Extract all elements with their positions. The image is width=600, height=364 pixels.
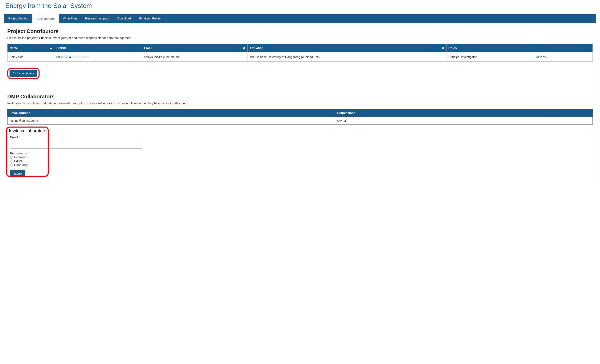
radio-editor-input[interactable] bbox=[10, 159, 13, 162]
required-indicator: * bbox=[19, 135, 20, 139]
sort-asc-icon bbox=[50, 47, 52, 49]
radio-readonly-label: Read only bbox=[14, 163, 28, 167]
tab-finalize-publish[interactable]: Finalize / Publish bbox=[135, 14, 166, 23]
contributors-description: Please list the project's Principal Inve… bbox=[7, 36, 593, 39]
invite-heading: Invite collaborators bbox=[9, 128, 593, 133]
table-row: Shiny Sun 0000-1234-XXXX-XXXX shinysun@l… bbox=[8, 52, 593, 62]
required-indicator: * bbox=[28, 151, 29, 155]
col-collab-actions bbox=[546, 109, 593, 117]
email-field[interactable] bbox=[10, 142, 142, 149]
divider bbox=[7, 87, 593, 87]
tab-body: Project Contributors Please list the pro… bbox=[4, 23, 596, 181]
tab-download[interactable]: Download bbox=[113, 14, 135, 23]
col-affiliation[interactable]: Affiliation bbox=[247, 44, 446, 52]
radio-readonly[interactable]: Read only bbox=[10, 163, 593, 167]
contributors-heading: Project Contributors bbox=[7, 28, 593, 35]
add-contributor-button[interactable]: Add a contributor bbox=[9, 70, 37, 77]
orcid-redacted: XXXX-XXXX bbox=[72, 55, 89, 59]
collaborators-table: Email address Permissions testing@cuhk.e… bbox=[7, 109, 593, 124]
radio-coowner[interactable]: Co-owner bbox=[10, 155, 593, 159]
col-roles-label: Roles bbox=[449, 46, 457, 50]
radio-coowner-input[interactable] bbox=[10, 156, 13, 159]
tab-project-details[interactable]: Project Details bbox=[4, 14, 32, 23]
radio-readonly-input[interactable] bbox=[10, 163, 13, 166]
tabs-nav: Project Details Collaborators Write Plan… bbox=[4, 14, 596, 23]
orcid-link[interactable]: 0000-1234-XXXX-XXXX bbox=[56, 55, 89, 59]
col-name[interactable]: Name bbox=[8, 44, 54, 52]
collaborators-description: Invite specific people to read, edit, or… bbox=[7, 101, 593, 105]
caret-down-icon bbox=[546, 56, 547, 58]
col-orcid[interactable]: ORCID bbox=[54, 44, 142, 52]
tab-write-plan[interactable]: Write Plan bbox=[59, 14, 81, 23]
radio-editor-label: Editor bbox=[14, 159, 22, 163]
sort-both-icon bbox=[243, 47, 245, 49]
actions-label: Actions bbox=[536, 55, 545, 59]
cell-name: Shiny Sun bbox=[8, 52, 54, 62]
invite-section: Invite collaborators Email * Permissions… bbox=[7, 128, 593, 177]
cell-collab-email: testing@cuhk.edu.hk bbox=[8, 117, 335, 124]
tab-research-outputs[interactable]: Research outputs bbox=[81, 14, 113, 23]
sort-both-icon bbox=[442, 47, 444, 49]
cell-orcid: 0000-1234-XXXX-XXXX bbox=[54, 52, 142, 62]
highlight-annotation: Add a contributor bbox=[7, 68, 39, 79]
permissions-label: Permissions bbox=[10, 151, 27, 155]
email-label-text: Email bbox=[10, 135, 18, 139]
cell-roles: Principal Investigator bbox=[446, 52, 534, 62]
orcid-visible: 0000-1234- bbox=[56, 55, 72, 59]
cell-collab-actions bbox=[546, 117, 593, 124]
table-row: testing@cuhk.edu.hk Owner bbox=[8, 117, 593, 124]
email-label: Email * bbox=[10, 135, 593, 139]
cell-collab-permissions: Owner bbox=[335, 117, 546, 124]
cell-actions: Actions bbox=[534, 52, 593, 62]
col-collab-permissions: Permissions bbox=[335, 109, 546, 117]
tab-collaborators[interactable]: Collaborators bbox=[32, 14, 59, 23]
col-email-label: Email bbox=[144, 46, 152, 50]
radio-coowner-label: Co-owner bbox=[14, 155, 27, 159]
submit-button[interactable]: Submit bbox=[10, 170, 25, 177]
actions-dropdown[interactable]: Actions bbox=[536, 55, 547, 59]
col-collab-email: Email address bbox=[8, 109, 335, 117]
contributors-table: Name ORCID Email Affiliation bbox=[7, 44, 593, 62]
col-roles: Roles bbox=[446, 44, 534, 52]
tab-panel: Project Details Collaborators Write Plan… bbox=[4, 14, 596, 181]
cell-email: shinysun@lib.cuhk.edu.hk bbox=[142, 52, 247, 62]
page-title: Energy from the Solar System bbox=[5, 2, 596, 9]
col-affiliation-label: Affiliation bbox=[250, 46, 263, 50]
col-name-label: Name bbox=[9, 46, 18, 50]
col-actions bbox=[534, 44, 593, 52]
cell-affiliation: The Chinese University of Hong Kong (cuh… bbox=[247, 52, 446, 62]
col-orcid-label: ORCID bbox=[56, 46, 66, 50]
collaborators-heading: DMP Collaborators bbox=[7, 93, 593, 100]
radio-editor[interactable]: Editor bbox=[10, 159, 593, 163]
col-email[interactable]: Email bbox=[142, 44, 247, 52]
